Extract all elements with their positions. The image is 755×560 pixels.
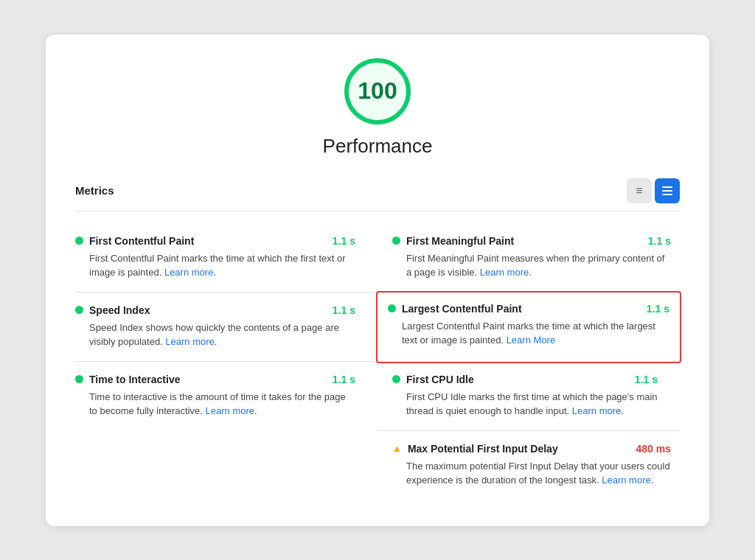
score-value: 100 bbox=[358, 77, 397, 105]
metric-description: First CPU Idle marks the first time at w… bbox=[406, 390, 658, 419]
metric-max-potential-fid: ▲ Max Potential First Input Delay 480 ms… bbox=[378, 431, 680, 500]
metric-description: First Meaningful Paint measures when the… bbox=[406, 251, 671, 280]
metric-name: Max Potential First Input Delay bbox=[408, 443, 558, 455]
metric-description: Speed Index shows how quickly the conten… bbox=[89, 321, 355, 349]
green-dot-icon bbox=[75, 306, 83, 314]
metric-name: First Meaningful Paint bbox=[406, 235, 514, 247]
svg-rect-0 bbox=[662, 186, 672, 188]
metric-title-row: First Contentful Paint 1.1 s bbox=[75, 235, 355, 247]
metric-description: Time to interactive is the amount of tim… bbox=[89, 390, 355, 419]
detail-view-button[interactable] bbox=[655, 178, 680, 203]
metric-title-row: Largest Contentful Paint 1.1 s bbox=[388, 303, 669, 315]
metric-value: 1.1 s bbox=[333, 374, 355, 385]
metric-value: 1.1 s bbox=[333, 304, 355, 316]
metric-title-row: ▲ Max Potential First Input Delay 480 ms bbox=[392, 443, 671, 455]
learn-more-link[interactable]: Learn more bbox=[602, 475, 650, 486]
metric-largest-contentful-paint: Largest Contentful Paint 1.1 s Largest C… bbox=[376, 291, 681, 363]
green-dot-icon bbox=[392, 237, 400, 245]
metric-time-to-interactive: Time to Interactive 1.1 s Time to intera… bbox=[75, 362, 378, 500]
metric-title-row: First CPU Idle 1.1 s bbox=[392, 374, 658, 385]
metric-description: The maximum potential First Input Delay … bbox=[406, 459, 671, 488]
metric-name: Speed Index bbox=[89, 304, 150, 316]
metric-name: First Contentful Paint bbox=[89, 235, 194, 247]
performance-title: Performance bbox=[323, 135, 433, 158]
metrics-header: Metrics ≡ bbox=[75, 178, 680, 211]
metric-value: 1.1 s bbox=[333, 235, 355, 247]
metrics-label: Metrics bbox=[75, 184, 114, 197]
metric-name: First CPU Idle bbox=[406, 374, 474, 385]
learn-more-link[interactable]: Learn more bbox=[164, 267, 213, 278]
learn-more-link[interactable]: Learn More bbox=[507, 335, 555, 346]
view-toggle-buttons: ≡ bbox=[627, 178, 680, 203]
metric-description: Largest Contentful Paint marks the time … bbox=[402, 319, 669, 348]
learn-more-link[interactable]: Learn more bbox=[480, 267, 529, 278]
metric-first-contentful-paint: First Contentful Paint 1.1 s First Conte… bbox=[75, 223, 378, 293]
metric-name: Largest Contentful Paint bbox=[402, 303, 522, 315]
metric-description: First Contentful Paint marks the time at… bbox=[89, 251, 355, 280]
svg-rect-2 bbox=[662, 194, 672, 195]
metric-name: Time to Interactive bbox=[89, 374, 180, 385]
green-dot-icon bbox=[392, 375, 400, 383]
metric-value: 480 ms bbox=[636, 443, 671, 455]
metric-speed-index: Speed Index 1.1 s Speed Index shows how … bbox=[75, 293, 378, 362]
score-section: 100 Performance bbox=[75, 58, 680, 158]
metrics-grid: First Contentful Paint 1.1 s First Conte… bbox=[75, 223, 680, 500]
metric-title-row: Time to Interactive 1.1 s bbox=[75, 374, 355, 385]
svg-rect-1 bbox=[662, 190, 672, 192]
performance-card: 100 Performance Metrics ≡ First Conten bbox=[46, 35, 709, 526]
warning-triangle-icon: ▲ bbox=[392, 443, 402, 454]
metric-value: 1.1 s bbox=[635, 374, 658, 385]
metric-title-row: Speed Index 1.1 s bbox=[75, 304, 355, 316]
metric-first-cpu-idle: First CPU Idle 1.1 s First CPU Idle mark… bbox=[378, 362, 680, 431]
green-dot-icon bbox=[75, 375, 83, 383]
metric-value: 1.1 s bbox=[648, 235, 671, 247]
metric-value: 1.1 s bbox=[647, 303, 669, 315]
learn-more-link[interactable]: Learn more bbox=[572, 405, 621, 416]
learn-more-link[interactable]: Learn more bbox=[206, 405, 254, 416]
green-dot-icon bbox=[75, 237, 83, 245]
right-bottom-metrics: First CPU Idle 1.1 s First CPU Idle mark… bbox=[378, 362, 680, 500]
score-circle: 100 bbox=[344, 58, 411, 125]
green-dot-icon bbox=[388, 304, 396, 312]
metric-first-meaningful-paint: First Meaningful Paint 1.1 s First Meani… bbox=[378, 223, 680, 293]
learn-more-link[interactable]: Learn more bbox=[165, 336, 214, 347]
list-view-button[interactable]: ≡ bbox=[627, 178, 652, 203]
metric-title-row: First Meaningful Paint 1.1 s bbox=[392, 235, 671, 247]
